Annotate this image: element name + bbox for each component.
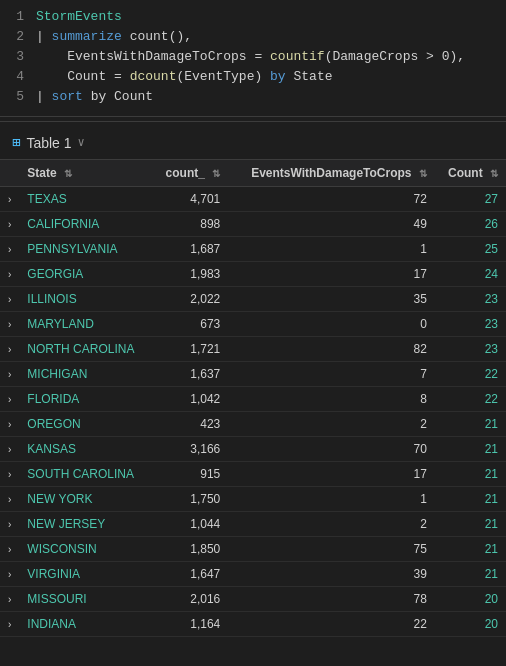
col-header-state[interactable]: State ⇅ [19,160,152,187]
cell-count: 21 [435,412,506,437]
code-editor: 1StormEvents2| summarize count(), 3 Even… [0,0,506,117]
table-row[interactable]: ›MICHIGAN1,637722 [0,362,506,387]
row-expand-icon[interactable]: › [0,287,19,312]
row-expand-icon[interactable]: › [0,462,19,487]
table-row[interactable]: ›MISSOURI2,0167820 [0,587,506,612]
cell-state: NEW JERSEY [19,512,152,537]
cell-state: NORTH CAROLINA [19,337,152,362]
row-expand-icon[interactable]: › [0,212,19,237]
cell-state: KANSAS [19,437,152,462]
row-expand-icon[interactable]: › [0,512,19,537]
table-row[interactable]: ›ILLINOIS2,0223523 [0,287,506,312]
cell-state: TEXAS [19,187,152,212]
cell-count: 21 [435,487,506,512]
cell-state: WISCONSIN [19,537,152,562]
cell-events: 35 [228,287,435,312]
cell-count_: 673 [152,312,228,337]
table-row[interactable]: ›NORTH CAROLINA1,7218223 [0,337,506,362]
cell-events: 8 [228,387,435,412]
cell-events: 72 [228,187,435,212]
data-table: State ⇅count_ ⇅EventsWithDamageToCrops ⇅… [0,159,506,637]
cell-count_: 1,750 [152,487,228,512]
col-header-events[interactable]: EventsWithDamageToCrops ⇅ [228,160,435,187]
cell-state: MICHIGAN [19,362,152,387]
sort-icon: ⇅ [490,168,498,179]
row-expand-icon[interactable]: › [0,487,19,512]
table-row[interactable]: ›NEW YORK1,750121 [0,487,506,512]
table-row[interactable]: ›INDIANA1,1642220 [0,612,506,637]
cell-events: 75 [228,537,435,562]
row-expand-icon[interactable]: › [0,412,19,437]
row-expand-icon[interactable]: › [0,362,19,387]
cell-count_: 1,721 [152,337,228,362]
cell-count: 20 [435,587,506,612]
row-expand-icon[interactable]: › [0,237,19,262]
code-line-4: 4 Count = dcount(EventType) by State [0,68,506,88]
cell-count: 20 [435,612,506,637]
row-expand-icon[interactable]: › [0,387,19,412]
row-expand-icon[interactable]: › [0,612,19,637]
code-line-2: 2| summarize count(), [0,28,506,48]
cell-state: SOUTH CAROLINA [19,462,152,487]
cell-state: CALIFORNIA [19,212,152,237]
sort-icon: ⇅ [419,168,427,179]
row-expand-icon[interactable]: › [0,312,19,337]
cell-state: MARYLAND [19,312,152,337]
row-expand-icon[interactable]: › [0,587,19,612]
cell-state: INDIANA [19,612,152,637]
cell-count_: 1,647 [152,562,228,587]
cell-count_: 423 [152,412,228,437]
cell-count_: 1,687 [152,237,228,262]
row-expand-icon[interactable]: › [0,537,19,562]
cell-state: ILLINOIS [19,287,152,312]
table-row[interactable]: ›MARYLAND673023 [0,312,506,337]
cell-count_: 1,983 [152,262,228,287]
cell-count: 21 [435,512,506,537]
cell-events: 82 [228,337,435,362]
cell-events: 78 [228,587,435,612]
table-row[interactable]: ›OREGON423221 [0,412,506,437]
col-header-count[interactable]: Count ⇅ [435,160,506,187]
line-number: 4 [0,69,36,84]
cell-state: MISSOURI [19,587,152,612]
sort-icon: ⇅ [212,168,220,179]
table-row[interactable]: ›PENNSYLVANIA1,687125 [0,237,506,262]
row-expand-icon[interactable]: › [0,337,19,362]
cell-count_: 2,022 [152,287,228,312]
cell-state: OREGON [19,412,152,437]
cell-count: 21 [435,437,506,462]
table-row[interactable]: ›FLORIDA1,042822 [0,387,506,412]
cell-events: 1 [228,237,435,262]
row-expand-icon[interactable]: › [0,562,19,587]
table-section: ⊞ Table 1 ∨ State ⇅count_ ⇅EventsWithDam… [0,126,506,637]
cell-events: 7 [228,362,435,387]
code-content: EventsWithDamageToCrops = countif(Damage… [36,49,506,64]
table-title[interactable]: Table 1 [26,135,71,151]
table-row[interactable]: ›GEORGIA1,9831724 [0,262,506,287]
cell-count_: 898 [152,212,228,237]
cell-state: NEW YORK [19,487,152,512]
table-row[interactable]: ›NEW JERSEY1,044221 [0,512,506,537]
cell-count: 24 [435,262,506,287]
table-header-row: ⊞ Table 1 ∨ [0,126,506,159]
table-row[interactable]: ›WISCONSIN1,8507521 [0,537,506,562]
col-header-count_[interactable]: count_ ⇅ [152,160,228,187]
cell-count: 27 [435,187,506,212]
chevron-down-icon[interactable]: ∨ [78,135,85,150]
cell-count: 23 [435,337,506,362]
table-row[interactable]: ›VIRGINIA1,6473921 [0,562,506,587]
cell-events: 2 [228,412,435,437]
row-expand-icon[interactable]: › [0,262,19,287]
table-row[interactable]: ›CALIFORNIA8984926 [0,212,506,237]
table-row[interactable]: ›KANSAS3,1667021 [0,437,506,462]
row-expand-icon[interactable]: › [0,187,19,212]
cell-count: 23 [435,312,506,337]
row-expand-icon[interactable]: › [0,437,19,462]
line-number: 3 [0,49,36,64]
cell-count_: 915 [152,462,228,487]
cell-events: 49 [228,212,435,237]
line-number: 1 [0,9,36,24]
code-line-5: 5| sort by Count [0,88,506,108]
table-row[interactable]: ›TEXAS4,7017227 [0,187,506,212]
table-row[interactable]: ›SOUTH CAROLINA9151721 [0,462,506,487]
